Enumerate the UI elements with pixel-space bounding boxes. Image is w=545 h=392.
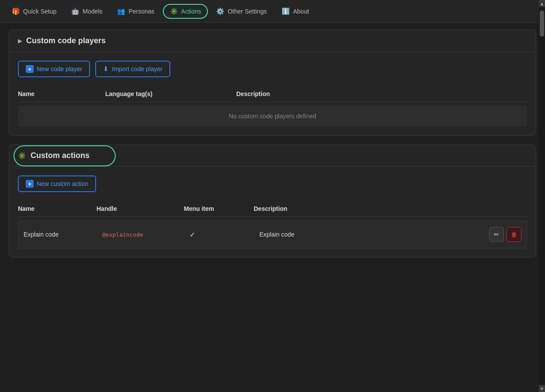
new-custom-action-button[interactable]: + New custom action [18,175,96,192]
nav-label-other-settings: Other Settings [228,8,267,15]
nav-item-about[interactable]: ℹ️ About [275,4,316,18]
nav-bar: 🎁 Quick Setup 🤖 Models 👥 Personas ✳️ Act… [0,0,545,23]
personas-icon: 👥 [117,7,125,15]
code-players-body: + New code player ⬇ Import code player N… [9,52,536,135]
new-custom-action-label: New custom action [37,180,88,187]
code-players-col-lang: Language tag(s) [105,90,236,97]
custom-actions-buttons: + New custom action [18,175,527,192]
actions-col-description: Description [254,205,492,212]
code-players-section: ▶ Custom code players + New code player … [9,30,536,136]
row-action-buttons: ✏ 🗑 [486,227,521,242]
nav-item-other-settings[interactable]: ⚙️ Other Settings [210,4,273,18]
import-code-player-label: Import code player [112,65,162,72]
scroll-up-arrow[interactable]: ▲ [539,0,545,7]
nav-item-personas[interactable]: 👥 Personas [110,4,161,18]
code-players-empty-message: No custom code players defined [18,106,527,127]
custom-actions-table-header: Name Handle Menu item Description [18,201,527,217]
nav-label-personas: Personas [128,8,154,15]
code-players-col-desc: Description [236,90,527,97]
other-settings-icon: ⚙️ [216,7,224,15]
pencil-icon: ✏ [494,231,499,238]
code-players-col-name: Name [18,90,105,97]
import-code-player-icon: ⬇ [103,65,109,73]
nav-item-quick-setup[interactable]: 🎁 Quick Setup [5,4,63,18]
nav-item-actions[interactable]: ✳️ Actions [163,4,208,19]
content-area: ▶ Custom code players + New code player … [0,23,545,392]
nav-item-models[interactable]: 🤖 Models [65,4,109,18]
scroll-down-arrow[interactable]: ▼ [539,385,545,392]
code-players-buttons: + New code player ⬇ Import code player [18,61,527,77]
actions-col-handle: Handle [97,205,184,212]
scrollbar-thumb[interactable] [540,10,544,37]
code-players-section-header[interactable]: ▶ Custom code players [9,30,536,52]
new-custom-action-plus-icon: + [26,180,34,188]
custom-actions-section: ✳️ Custom actions + New custom action Na… [9,144,536,258]
trash-icon: 🗑 [511,231,517,238]
actions-col-name: Name [18,205,97,212]
delete-row-button[interactable]: 🗑 [507,227,521,242]
code-players-chevron: ▶ [18,38,22,44]
edit-row-button[interactable]: ✏ [489,227,504,242]
code-players-table-header: Name Language tag(s) Description [18,86,527,102]
quick-setup-icon: 🎁 [12,7,20,15]
actions-col-actions [492,205,527,212]
custom-actions-title: Custom actions [31,151,90,160]
custom-actions-header-icon: ✳️ [18,152,26,160]
models-icon: 🤖 [71,7,79,15]
row-menu-item-check: ✓ [190,230,259,239]
custom-actions-body: + New custom action Name Handle Menu ite… [9,167,536,257]
actions-icon: ✳️ [170,7,178,15]
code-players-title: Custom code players [26,36,106,45]
nav-label-actions: Actions [181,8,201,15]
new-code-player-label: New code player [37,65,82,72]
nav-label-about: About [293,8,309,15]
about-icon: ℹ️ [282,7,290,15]
custom-actions-section-header[interactable]: ✳️ Custom actions [9,145,536,167]
scrollbar: ▲ ▼ [539,0,545,392]
row-handle: @explaincode [102,231,190,238]
actions-col-menu-item: Menu item [184,205,254,212]
nav-label-quick-setup: Quick Setup [23,8,56,15]
nav-label-models: Models [83,8,102,15]
import-code-player-button[interactable]: ⬇ Import code player [95,61,170,77]
table-row: Explain code @explaincode ✓ Explain code… [18,220,527,248]
new-code-player-button[interactable]: + New code player [18,61,90,77]
row-name: Explain code [24,231,102,238]
new-code-player-plus-icon: + [26,65,34,73]
row-description: Explain code [259,231,486,238]
